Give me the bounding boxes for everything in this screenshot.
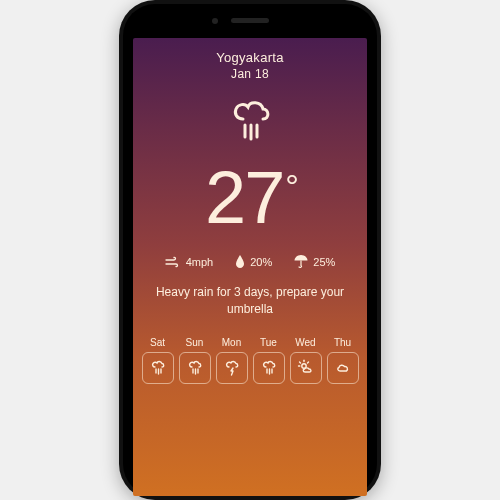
location-label: Yogyakarta — [216, 50, 284, 65]
day-label: Sat — [150, 337, 165, 348]
svg-line-17 — [307, 362, 308, 363]
forecast-row[interactable]: Sat Sun — [143, 337, 357, 384]
day-label: Thu — [334, 337, 351, 348]
umbrella-icon — [294, 255, 308, 268]
forecast-day-sun[interactable]: Sun — [179, 337, 211, 384]
earpiece — [231, 18, 269, 23]
forecast-day-mon[interactable]: Mon — [216, 337, 248, 384]
wind-icon — [165, 256, 181, 268]
partly-sunny-icon — [290, 352, 322, 384]
forecast-day-sat[interactable]: Sat — [142, 337, 174, 384]
thunder-icon — [216, 352, 248, 384]
cloud-icon — [327, 352, 359, 384]
wind-stat: 4mph — [165, 256, 214, 268]
svg-rect-3 — [301, 261, 302, 267]
stats-row: 4mph 20% 25% — [165, 255, 336, 268]
front-camera — [212, 18, 218, 24]
precip-value: 25% — [313, 256, 335, 268]
svg-line-15 — [299, 362, 300, 363]
forecast-day-tue[interactable]: Tue — [253, 337, 285, 384]
rain-icon — [179, 352, 211, 384]
temperature-value: 27° — [205, 161, 295, 235]
forecast-description: Heavy rain for 3 days, prepare your umbr… — [143, 284, 357, 319]
rain-icon — [253, 352, 285, 384]
wind-value: 4mph — [186, 256, 214, 268]
day-label: Wed — [295, 337, 315, 348]
rain-icon — [223, 95, 277, 153]
phone-device: Yogyakarta Jan 18 27° — [119, 0, 381, 500]
humidity-stat: 20% — [235, 255, 272, 268]
precip-stat: 25% — [294, 255, 335, 268]
temperature-number: 27 — [205, 156, 283, 239]
rain-icon — [142, 352, 174, 384]
forecast-day-thu[interactable]: Thu — [327, 337, 359, 384]
droplet-icon — [235, 255, 245, 268]
phone-bezel: Yogyakarta Jan 18 27° — [123, 4, 377, 496]
degree-symbol: ° — [285, 167, 297, 205]
forecast-day-wed[interactable]: Wed — [290, 337, 322, 384]
date-label: Jan 18 — [231, 67, 269, 81]
day-label: Tue — [260, 337, 277, 348]
humidity-value: 20% — [250, 256, 272, 268]
weather-app-screen[interactable]: Yogyakarta Jan 18 27° — [133, 38, 367, 496]
day-label: Sun — [186, 337, 204, 348]
day-label: Mon — [222, 337, 241, 348]
